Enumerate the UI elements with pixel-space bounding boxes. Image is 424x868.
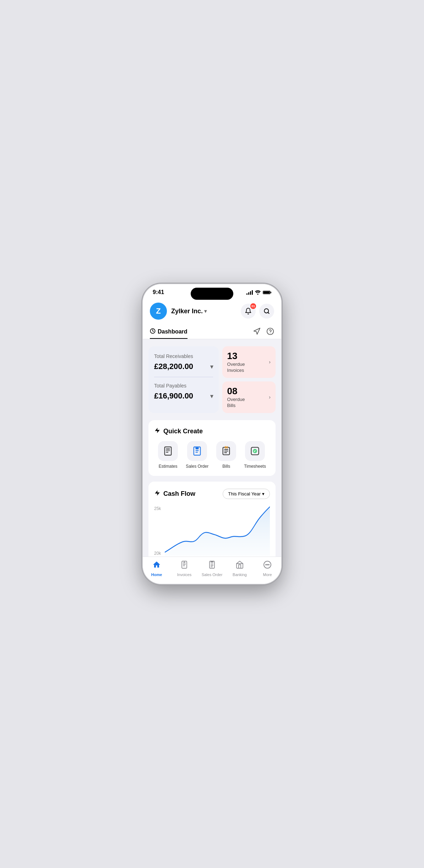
quick-create-sales-order[interactable]: Sales Order: [186, 441, 208, 469]
fiscal-year-button[interactable]: This Fiscal Year ▾: [223, 489, 270, 499]
svg-point-0: [257, 293, 258, 294]
sales-order-nav-icon: [208, 560, 216, 571]
status-bar: 9:41: [143, 284, 281, 298]
wifi-icon: [255, 290, 261, 295]
quick-create-timesheets[interactable]: Timesheets: [244, 441, 266, 469]
quick-create-estimates[interactable]: Estimates: [158, 441, 178, 469]
svg-rect-3: [263, 291, 270, 293]
chart-label-20k: 20k: [154, 551, 161, 556]
tab-dashboard[interactable]: Dashboard: [150, 325, 187, 339]
quick-create-title: Quick Create: [163, 428, 203, 435]
overdue-invoices-label: OverdueInvoices: [227, 362, 245, 374]
overdue-cards: 13 OverdueInvoices › 08 OverdueBills ›: [222, 346, 276, 413]
receivables-label: Total Receivables: [154, 353, 213, 359]
notification-badge: 01: [250, 303, 256, 309]
banking-label: Banking: [233, 573, 247, 577]
receivables-amount[interactable]: £28,200.00 ▾: [154, 362, 213, 371]
bottom-nav-home[interactable]: Home: [146, 560, 167, 577]
status-icons: [246, 290, 271, 295]
timesheets-label: Timesheets: [244, 464, 266, 469]
tab-dashboard-label: Dashboard: [158, 329, 187, 335]
sales-order-label: Sales Order: [186, 464, 208, 469]
bottom-nav-invoices[interactable]: Invoices: [174, 560, 195, 577]
payables-amount[interactable]: £16,900.00 ▾: [154, 391, 213, 401]
invoices-label: Invoices: [177, 573, 191, 577]
status-time: 9:41: [153, 289, 164, 295]
cashflow-chart: 25k 20k: [154, 506, 270, 563]
overdue-bills-label: OverdueBills: [227, 397, 245, 409]
quick-create-section: Quick Create: [148, 420, 276, 476]
svg-line-6: [268, 312, 269, 313]
bills-icon: [221, 446, 231, 456]
financial-row: Total Receivables £28,200.00 ▾ Total Pay…: [148, 346, 276, 413]
card-divider: [154, 377, 213, 377]
header: Z Zylker Inc. ▾ 01: [143, 298, 281, 320]
bottom-nav-banking[interactable]: Banking: [229, 560, 250, 577]
timesheets-icon: [250, 446, 260, 456]
bell-icon: [245, 308, 252, 315]
svg-point-30: [268, 564, 269, 565]
cashflow-lightning-icon: [154, 490, 161, 498]
search-button[interactable]: [259, 304, 274, 319]
svg-rect-26: [211, 561, 213, 563]
overdue-bills-card[interactable]: 08 OverdueBills ›: [222, 381, 276, 413]
bottom-nav-sales-order[interactable]: Sales Order: [201, 560, 223, 577]
notification-button[interactable]: 01: [241, 304, 256, 319]
estimates-icon: [163, 446, 173, 456]
company-avatar: Z: [150, 303, 167, 320]
company-dropdown-icon: ▾: [204, 308, 207, 314]
svg-rect-17: [166, 451, 168, 452]
svg-marker-23: [155, 490, 160, 496]
chart-label-25k: 25k: [154, 506, 161, 511]
svg-rect-4: [271, 292, 271, 293]
search-icon: [263, 308, 270, 314]
fiscal-year-chevron: ▾: [262, 491, 265, 497]
cashflow-header: Cash Flow This Fiscal Year ▾: [154, 489, 270, 499]
quick-create-header: Quick Create: [154, 427, 270, 435]
receivables-dropdown: ▾: [210, 363, 213, 370]
bills-label: Bills: [222, 464, 230, 469]
bottom-nav-more[interactable]: More: [257, 560, 278, 577]
quick-create-grid: Estimates Sales Order: [154, 441, 270, 469]
chevron-right-bills-icon: ›: [269, 394, 271, 400]
svg-point-28: [266, 564, 266, 565]
svg-rect-15: [166, 449, 169, 449]
svg-rect-16: [166, 450, 169, 450]
cashflow-chart-svg: [165, 506, 270, 556]
quick-create-bills[interactable]: Bills: [216, 441, 236, 469]
bills-icon-bg: [216, 441, 236, 461]
sales-order-icon-bg: [187, 441, 207, 461]
cashflow-title-group: Cash Flow: [154, 490, 195, 498]
signal-icon: [246, 290, 253, 295]
header-actions: 01: [241, 304, 274, 319]
cashflow-title: Cash Flow: [163, 490, 195, 498]
company-name: Zylker Inc. ▾: [171, 308, 207, 315]
dynamic-island: [191, 288, 233, 300]
estimates-icon-bg: [158, 441, 178, 461]
dashboard-icon: [150, 328, 156, 335]
dashboard-content: Total Receivables £28,200.00 ▾ Total Pay…: [143, 339, 281, 570]
megaphone-button[interactable]: [253, 327, 261, 337]
svg-rect-19: [195, 447, 199, 449]
overdue-invoices-card[interactable]: 13 OverdueInvoices ›: [222, 346, 276, 378]
home-label: Home: [151, 573, 162, 577]
invoices-icon: [180, 560, 189, 571]
help-button[interactable]: [266, 327, 274, 337]
home-icon: [152, 560, 161, 571]
timesheets-icon-bg: [245, 441, 265, 461]
company-info[interactable]: Z Zylker Inc. ▾: [150, 303, 207, 320]
lightning-icon: [154, 427, 161, 435]
sales-order-nav-label: Sales Order: [202, 573, 223, 577]
receivables-card: Total Receivables £28,200.00 ▾ Total Pay…: [148, 346, 219, 413]
overdue-invoices-info: 13 OverdueInvoices: [227, 351, 245, 374]
battery-icon: [263, 290, 271, 295]
svg-marker-10: [155, 428, 160, 433]
nav-tabs: Dashboard: [143, 320, 281, 339]
more-label: More: [263, 573, 272, 577]
nav-right-icons: [253, 327, 274, 337]
chart-y-labels: 25k 20k: [154, 506, 161, 563]
svg-point-29: [267, 564, 268, 565]
chevron-right-icon: ›: [269, 359, 271, 365]
banking-icon: [235, 560, 244, 571]
payables-label: Total Payables: [154, 383, 213, 389]
